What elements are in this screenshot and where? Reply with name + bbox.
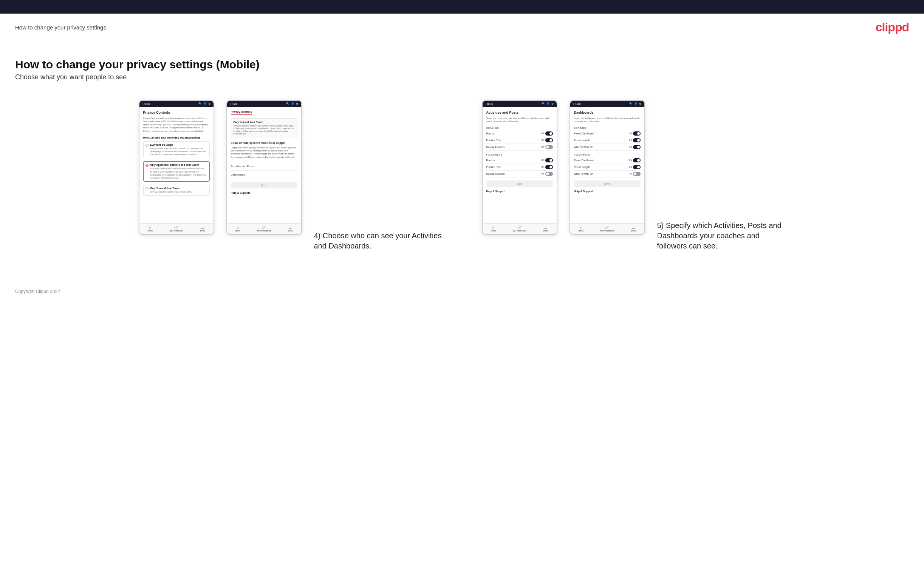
phone3-coaches-label: COACHES	[486, 127, 553, 129]
followers-rounds-toggle[interactable]	[545, 158, 553, 162]
footer: Copyright Clippd 2022	[0, 281, 924, 302]
phone4-tab-home[interactable]: ⌂ Home	[578, 226, 583, 232]
phone3-save-btn[interactable]: Save	[486, 181, 553, 187]
followers-round-insights-label: Round Insights	[574, 166, 590, 168]
followers-manual-toggle-container: ON	[541, 172, 552, 176]
coaches-round-insights-label: Round Insights	[574, 139, 590, 142]
phone4-people-icon[interactable]: 👤	[634, 102, 638, 105]
phone3-section-title: Activities and Posts	[486, 111, 553, 114]
phone2-show-hide-desc: Regardless of the privacy controls that …	[231, 146, 297, 159]
coaches-what-to-work-label: What To Work On	[574, 146, 593, 148]
performance-label: My Performance	[170, 230, 184, 232]
phone3-people-icon[interactable]: 👤	[546, 102, 550, 105]
phone2-nav-activities[interactable]: Activities and Posts ›	[231, 162, 297, 171]
people-icon[interactable]: 👤	[203, 102, 207, 105]
phone2-tab-home[interactable]: ⌂ Home	[236, 226, 240, 232]
coaches-rounds-label: Rounds	[486, 132, 495, 135]
main-subtitle: Choose what you want people to see	[15, 73, 909, 81]
phone2-tab-performance[interactable]: 📈 My Performance	[257, 226, 271, 232]
search-icon[interactable]: 🔍	[199, 102, 202, 105]
coaches-what-to-work-toggle-container: ON	[629, 145, 640, 149]
option-coach-only-desc: Only you and the coaches you connect wit…	[150, 191, 193, 193]
phone3-settings-icon[interactable]: ⚙	[551, 102, 554, 105]
phone4-tab-performance[interactable]: 📈 My Performance	[601, 226, 614, 232]
coaches-rounds-toggle[interactable]	[545, 131, 553, 135]
phone1-back-btn[interactable]: ‹ Back	[142, 103, 150, 105]
followers-what-to-work-toggle-container: ON	[629, 172, 640, 176]
page-content: How to change your privacy settings (Mob…	[0, 39, 924, 281]
phone1-tab-menu[interactable]: ☰ Menu	[200, 226, 205, 232]
phone4-tab-menu[interactable]: ☰ Menu	[631, 226, 636, 232]
phone3-tab-performance[interactable]: 📈 My Performance	[513, 226, 527, 232]
option-coach-only[interactable]: Only You and Your Coach Only you and the…	[143, 185, 210, 196]
phone3-tab-home[interactable]: ⌂ Home	[491, 226, 496, 232]
phone2-home-label: Home	[236, 230, 240, 232]
phone2-nav-dashboards[interactable]: Dashboards ›	[231, 171, 297, 179]
phone3-icons: 🔍 👤 ⚙	[541, 102, 554, 105]
option-followers-desc: Only approved followers and coaches you …	[150, 167, 207, 179]
phone4-followers-what-to-work: What To Work On ON	[574, 171, 641, 177]
phone2-people-icon[interactable]: 👤	[291, 102, 294, 105]
phone3-bottom-bar: ⌂ Home 📈 My Performance ☰ Menu	[483, 223, 557, 234]
coaches-player-dash-toggle[interactable]	[633, 131, 641, 135]
phone4-search-icon[interactable]: 🔍	[629, 102, 633, 105]
phone3-section-desc: Select the types of activity that you'd …	[486, 117, 553, 123]
phone4-back-btn[interactable]: ‹ Back	[573, 103, 581, 105]
phone2-search-icon[interactable]: 🔍	[286, 102, 289, 105]
radio-coach-only[interactable]	[145, 187, 149, 190]
radio-everyone[interactable]	[145, 144, 149, 147]
phone1-tab-home[interactable]: ⌂ Home	[148, 226, 153, 232]
coaches-manual-label: Manual Activities	[486, 146, 504, 148]
phone3-help-support: Help & Support	[486, 190, 553, 193]
phone2-back-btn[interactable]: ‹ Back	[230, 103, 238, 105]
coaches-drills-label: Practice Drills	[486, 139, 501, 142]
coaches-round-insights-toggle[interactable]	[633, 138, 641, 142]
phone2-tab-menu[interactable]: ☰ Menu	[288, 226, 293, 232]
phone4-menu-icon: ☰	[632, 226, 635, 229]
followers-what-to-work-toggle[interactable]	[633, 172, 641, 176]
phone3-search-icon[interactable]: 🔍	[541, 102, 545, 105]
settings-icon[interactable]: ⚙	[208, 102, 210, 105]
phone4-settings-icon[interactable]: ⚙	[639, 102, 641, 105]
option-everyone-label: Everyone on Clippd	[150, 143, 207, 146]
radio-followers[interactable]	[145, 164, 149, 167]
phone4-menu-label: Menu	[631, 230, 636, 232]
caption-2: 5) Specify which Activities, Posts and D…	[657, 221, 786, 251]
phone3-followers-label: FOLLOWERS	[486, 154, 553, 156]
phone1-back-label: Back	[144, 103, 150, 105]
phone-2: ‹ Back 🔍 👤 ⚙ Privacy Controls Only You a…	[226, 100, 302, 235]
followers-manual-toggle[interactable]	[545, 172, 553, 176]
coaches-what-to-work-toggle[interactable]	[633, 145, 641, 149]
option-everyone-desc: Everyone on Clippd can search for you an…	[150, 147, 206, 156]
coaches-manual-toggle[interactable]	[545, 145, 553, 149]
phone3-coaches-rounds: Rounds ON	[486, 130, 553, 137]
phone3-menu-label: Menu	[543, 230, 548, 232]
phone3-tab-menu[interactable]: ☰ Menu	[543, 226, 548, 232]
coaches-drills-toggle[interactable]	[545, 138, 553, 142]
phone4-coaches-what-to-work: What To Work On ON	[574, 144, 641, 151]
coaches-rounds-toggle-container: ON	[541, 131, 552, 135]
phone4-back-chevron: ‹	[573, 103, 574, 105]
phone4-body: Dashboards Select the dashboards that yo…	[570, 107, 645, 220]
phone-4: ‹ Back 🔍 👤 ⚙ Dashboards Select the dashb…	[570, 100, 645, 235]
phone1-icons: 🔍 👤 ⚙	[199, 102, 210, 105]
phone2-info-desc: Only you and the coaches you connect wit…	[234, 125, 295, 135]
phone2-performance-icon: 📈	[262, 226, 266, 229]
phone2-back-chevron: ‹	[230, 103, 231, 105]
phone-1: ‹ Back 🔍 👤 ⚙ Privacy Controls Control ho…	[139, 100, 214, 235]
followers-drills-toggle[interactable]	[545, 165, 553, 169]
phone1-tab-performance[interactable]: 📈 My Performance	[170, 226, 184, 232]
home-icon: ⌂	[149, 226, 151, 229]
home-label: Home	[148, 230, 153, 232]
followers-round-insights-toggle[interactable]	[633, 165, 641, 169]
phone3-back-btn[interactable]: ‹ Back	[486, 103, 493, 105]
option-followers[interactable]: Only Approved Followers and Your Coach O…	[143, 161, 210, 182]
option-everyone[interactable]: Everyone on Clippd Everyone on Clippd ca…	[143, 141, 210, 158]
followers-player-dash-toggle[interactable]	[633, 158, 641, 162]
phone4-save-btn[interactable]: Save	[574, 181, 641, 187]
phone4-bottom-bar: ⌂ Home 📈 My Performance ☰ Menu	[570, 223, 645, 234]
phone2-privacy-tab: Privacy Controls	[231, 111, 252, 115]
phone2-save-btn[interactable]: Save	[231, 182, 297, 189]
phone2-settings-icon[interactable]: ⚙	[296, 102, 298, 105]
phone3-performance-icon: 📈	[517, 226, 522, 229]
